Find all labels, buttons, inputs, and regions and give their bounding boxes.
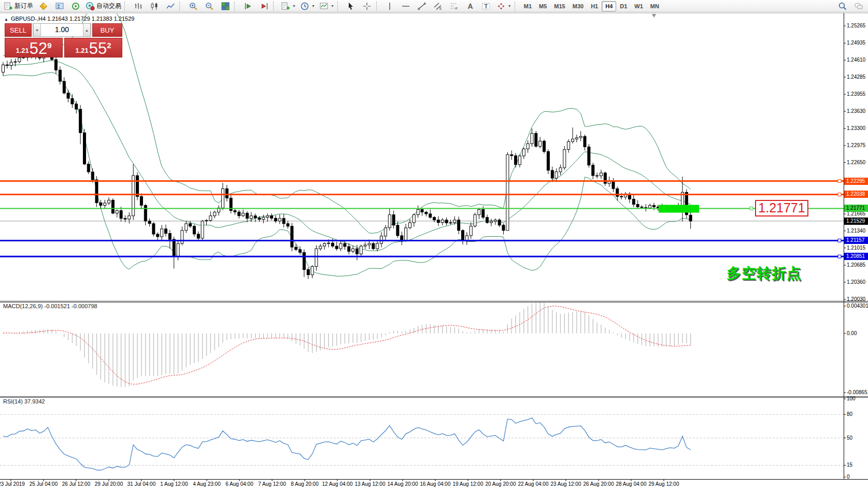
autotrading-icon [86,2,95,11]
toolbar-separator [273,2,278,11]
time-tick-label: 22 Aug 04:00 [518,481,549,487]
buy-price-main: 55 [89,40,107,57]
new-order-icon [4,2,13,11]
timeframe-button-mn[interactable]: MN [647,1,663,11]
trendline-icon [417,2,426,11]
navigator-button[interactable] [67,1,83,12]
toolbar-separator [337,2,342,11]
macd-panel-layer [3,302,691,387]
fibonacci-button[interactable]: F [446,1,462,12]
volume-input[interactable]: 1.00 [41,24,83,36]
bar-chart-icon [134,2,143,11]
periods-button[interactable]: ▼ [298,1,317,12]
time-tick-label: 28 Aug 04:00 [616,481,647,487]
new-order-button[interactable]: 新订单 [2,1,35,12]
equidistant-channel-button[interactable]: E [430,1,446,12]
timeframe-button-d1[interactable]: D1 [616,1,631,11]
fibonacci-icon: F [449,2,459,11]
time-tick-label: 12 Aug 04:00 [322,481,353,487]
cursor-icon [346,2,355,11]
macd-axis-label: -0.008651 [847,389,868,395]
chart-annotation-text[interactable]: 多空转折点 [727,264,802,283]
price-tick-label: 1.20360 [847,279,865,285]
line-handle-icon [838,255,841,258]
autotrading-button[interactable]: 自动交易 [83,1,123,12]
vertical-line-icon [385,2,394,11]
profiles-icon [55,2,64,11]
zoom-out-button[interactable] [201,1,217,12]
chart-canvas[interactable] [0,0,868,491]
time-tick-label: 23 Jul 2019 [0,481,25,487]
price-callout-label[interactable]: 1.21771 [755,200,808,216]
rsi-indicator-label: RSI(14) 37.9342 [3,398,45,405]
text-button[interactable]: A [462,1,478,12]
price-tick-label: 1.23300 [847,125,865,131]
chart-ohlc-header: ▲GBPUSD-,H4 1.21643 1.21729 1.21383 1.21… [4,16,134,22]
chevron-down-icon[interactable]: ▼ [292,4,296,8]
zoom-in-icon [189,2,198,11]
time-tick-label: 29 Jul 20:00 [95,481,123,487]
bollinger-middle-band [3,61,691,251]
arrows-button[interactable]: ▼ [494,1,514,12]
sell-price-box[interactable]: 1.21529 [5,38,63,57]
chevron-down-icon[interactable]: ▼ [331,4,334,8]
svg-text:A: A [468,2,473,10]
candlestick-chart-button[interactable] [146,1,162,12]
cursor-button[interactable] [343,1,359,12]
bar-chart-button[interactable] [130,1,146,12]
buy-price-box[interactable]: 1.21552 [64,38,122,57]
highlight-rectangle[interactable] [659,205,699,213]
timeframe-button-m5[interactable]: M5 [535,1,550,11]
rsi-axis-label: 15 [847,462,852,468]
auto-scroll-icon [244,2,253,11]
tile-windows-button[interactable] [217,1,233,12]
autotrading-button-label: 自动交易 [96,2,121,10]
market-watch-button[interactable] [35,1,51,12]
auto-scroll-button[interactable] [240,1,256,12]
price-tick-label: 1.23955 [847,91,865,97]
templates-button[interactable]: ▼ [317,1,336,12]
tile-windows-icon [221,2,230,11]
time-axis[interactable]: 23 Jul 201925 Jul 04:0026 Jul 12:0029 Ju… [0,481,844,490]
chevron-down-icon[interactable]: ▼ [311,4,315,8]
timeframe-button-h4[interactable]: H4 [602,1,616,11]
volume-increase-button[interactable]: ▲ [83,24,91,36]
time-tick-label: 7 Aug 12:00 [258,481,286,487]
svg-text:T: T [485,3,488,9]
toolbar-separator [515,2,519,11]
time-tick-label: 8 Aug 20:00 [291,481,318,487]
timeframe-button-m15[interactable]: M15 [550,1,568,11]
timeframe-button-h1[interactable]: H1 [587,1,602,11]
volume-decrease-button[interactable]: ▼ [33,24,41,36]
vertical-line-button[interactable] [382,1,398,12]
toolbar-separator [234,2,239,11]
timeframe-button-w1[interactable]: W1 [631,1,647,11]
indicators-button[interactable]: ▼ [279,1,298,12]
time-tick-label: 19 Aug 12:00 [453,481,483,487]
zoom-in-button[interactable] [185,1,201,12]
buy-button[interactable]: BUY [92,23,122,37]
profiles-button[interactable] [51,1,67,12]
chart-shift-button[interactable] [256,1,272,12]
timeframe-button-m30[interactable]: M30 [569,1,587,11]
price-axis[interactable]: 1.252651.249351.246101.242851.239551.236… [844,0,868,491]
time-tick-label: 14 Aug 20:00 [388,481,418,487]
trade-panel-toggle-icon[interactable]: ▲ [4,17,8,22]
svg-text:E: E [439,7,442,10]
time-tick-label: 26 Aug 20:00 [584,481,614,487]
line-chart-button[interactable] [162,1,178,12]
text-label-button[interactable]: T [478,1,494,12]
chevron-down-icon[interactable]: ▼ [508,4,511,8]
timeframe-button-m1[interactable]: M1 [520,1,535,11]
horizontal-line-button[interactable] [398,1,414,12]
sell-price-main: 52 [30,40,47,57]
line-handle-icon [750,207,753,210]
price-tick-label: 1.23630 [847,108,865,114]
time-tick-label: 13 Aug 12:00 [355,481,386,487]
price-tick-label: 1.20685 [847,262,865,268]
symbol-ohlc-text: GBPUSD-,H4 1.21643 1.21729 1.21383 1.215… [11,16,135,22]
trendline-button[interactable] [414,1,430,12]
sell-button[interactable]: SELL [5,23,32,37]
rsi-axis-label: 80 [847,411,852,417]
crosshair-button[interactable] [359,1,375,12]
